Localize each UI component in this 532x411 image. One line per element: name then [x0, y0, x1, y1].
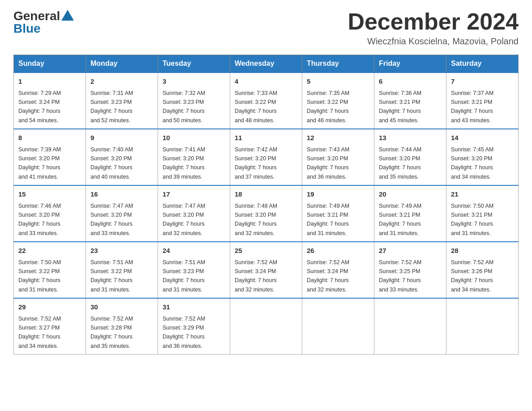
day-number: 5: [307, 77, 369, 87]
col-wednesday: Wednesday: [230, 55, 302, 73]
day-number: 24: [163, 246, 225, 256]
logo-blue-text: Blue: [13, 21, 41, 35]
day-number: 14: [451, 133, 514, 143]
table-row: 20 Sunrise: 7:49 AMSunset: 3:21 PMDaylig…: [374, 185, 446, 242]
day-info: Sunrise: 7:46 AMSunset: 3:20 PMDaylight:…: [18, 203, 61, 236]
day-number: 9: [90, 133, 153, 143]
day-info: Sunrise: 7:52 AMSunset: 3:24 PMDaylight:…: [235, 259, 277, 293]
day-info: Sunrise: 7:42 AMSunset: 3:20 PMDaylight:…: [235, 146, 277, 180]
day-number: 27: [379, 246, 442, 256]
day-number: 1: [18, 77, 81, 87]
day-info: Sunrise: 7:35 AMSunset: 3:22 PMDaylight:…: [307, 90, 349, 124]
day-info: Sunrise: 7:33 AMSunset: 3:22 PMDaylight:…: [235, 90, 277, 124]
day-number: 7: [451, 77, 514, 87]
day-number: 22: [18, 246, 81, 256]
day-number: 26: [307, 246, 369, 256]
day-number: 25: [235, 246, 297, 256]
table-row: 11 Sunrise: 7:42 AMSunset: 3:20 PMDaylig…: [230, 129, 302, 185]
table-row: 28 Sunrise: 7:52 AMSunset: 3:26 PMDaylig…: [446, 242, 519, 298]
table-row: 23 Sunrise: 7:51 AMSunset: 3:22 PMDaylig…: [86, 242, 158, 298]
table-row: 5 Sunrise: 7:35 AMSunset: 3:22 PMDayligh…: [302, 73, 374, 129]
table-row: 9 Sunrise: 7:40 AMSunset: 3:20 PMDayligh…: [86, 129, 158, 185]
table-row: 3 Sunrise: 7:32 AMSunset: 3:23 PMDayligh…: [158, 73, 230, 129]
table-row: 18 Sunrise: 7:48 AMSunset: 3:20 PMDaylig…: [230, 185, 302, 242]
month-title: December 2024: [348, 9, 519, 34]
day-number: 2: [90, 77, 153, 87]
table-row: 25 Sunrise: 7:52 AMSunset: 3:24 PMDaylig…: [230, 242, 302, 298]
day-number: 30: [90, 302, 153, 313]
day-info: Sunrise: 7:39 AMSunset: 3:20 PMDaylight:…: [18, 146, 61, 180]
col-friday: Friday: [374, 55, 446, 73]
day-number: 6: [379, 77, 442, 87]
day-number: 12: [307, 133, 369, 143]
day-info: Sunrise: 7:40 AMSunset: 3:20 PMDaylight:…: [90, 146, 133, 180]
table-row: 15 Sunrise: 7:46 AMSunset: 3:20 PMDaylig…: [14, 185, 86, 242]
table-row: 17 Sunrise: 7:47 AMSunset: 3:20 PMDaylig…: [158, 185, 230, 242]
day-number: 11: [235, 133, 297, 143]
day-number: 16: [90, 189, 153, 200]
table-row: 1 Sunrise: 7:29 AMSunset: 3:24 PMDayligh…: [14, 73, 86, 129]
day-info: Sunrise: 7:47 AMSunset: 3:20 PMDaylight:…: [163, 203, 205, 236]
day-number: 15: [18, 189, 81, 200]
day-info: Sunrise: 7:32 AMSunset: 3:23 PMDaylight:…: [163, 90, 205, 124]
day-info: Sunrise: 7:52 AMSunset: 3:28 PMDaylight:…: [90, 316, 133, 349]
day-info: Sunrise: 7:47 AMSunset: 3:20 PMDaylight:…: [90, 203, 133, 236]
table-row: 16 Sunrise: 7:47 AMSunset: 3:20 PMDaylig…: [86, 185, 158, 242]
col-tuesday: Tuesday: [158, 55, 230, 73]
col-saturday: Saturday: [446, 55, 519, 73]
col-monday: Monday: [86, 55, 158, 73]
logo: General Blue: [13, 9, 74, 36]
day-info: Sunrise: 7:49 AMSunset: 3:21 PMDaylight:…: [307, 203, 349, 236]
day-number: 21: [451, 189, 514, 200]
day-info: Sunrise: 7:31 AMSunset: 3:23 PMDaylight:…: [90, 90, 133, 124]
day-number: 10: [163, 133, 225, 143]
day-number: 23: [90, 246, 153, 256]
page-header: General Blue December 2024 Wieczfnia Kos…: [13, 9, 519, 47]
day-info: Sunrise: 7:49 AMSunset: 3:21 PMDaylight:…: [379, 203, 421, 236]
calendar-week-row: 29 Sunrise: 7:52 AMSunset: 3:27 PMDaylig…: [14, 298, 519, 355]
day-info: Sunrise: 7:45 AMSunset: 3:20 PMDaylight:…: [451, 146, 493, 180]
day-number: 28: [451, 246, 514, 256]
day-info: Sunrise: 7:43 AMSunset: 3:20 PMDaylight:…: [307, 146, 349, 180]
table-row: 30 Sunrise: 7:52 AMSunset: 3:28 PMDaylig…: [86, 298, 158, 355]
day-info: Sunrise: 7:44 AMSunset: 3:20 PMDaylight:…: [379, 146, 421, 180]
table-row: 10 Sunrise: 7:41 AMSunset: 3:20 PMDaylig…: [158, 129, 230, 185]
day-info: Sunrise: 7:52 AMSunset: 3:27 PMDaylight:…: [18, 316, 61, 349]
table-row: 21 Sunrise: 7:50 AMSunset: 3:21 PMDaylig…: [446, 185, 519, 242]
day-number: 13: [379, 133, 442, 143]
calendar-table: Sunday Monday Tuesday Wednesday Thursday…: [13, 55, 519, 355]
table-row: 29 Sunrise: 7:52 AMSunset: 3:27 PMDaylig…: [14, 298, 86, 355]
table-row: 12 Sunrise: 7:43 AMSunset: 3:20 PMDaylig…: [302, 129, 374, 185]
day-info: Sunrise: 7:36 AMSunset: 3:21 PMDaylight:…: [379, 90, 421, 124]
day-info: Sunrise: 7:52 AMSunset: 3:24 PMDaylight:…: [307, 259, 349, 293]
table-row: [302, 298, 374, 355]
calendar-week-row: 8 Sunrise: 7:39 AMSunset: 3:20 PMDayligh…: [14, 129, 519, 185]
table-row: 22 Sunrise: 7:50 AMSunset: 3:22 PMDaylig…: [14, 242, 86, 298]
calendar-header-row: Sunday Monday Tuesday Wednesday Thursday…: [14, 55, 519, 73]
table-row: 6 Sunrise: 7:36 AMSunset: 3:21 PMDayligh…: [374, 73, 446, 129]
day-info: Sunrise: 7:50 AMSunset: 3:21 PMDaylight:…: [451, 203, 493, 236]
day-info: Sunrise: 7:41 AMSunset: 3:20 PMDaylight:…: [163, 146, 205, 180]
day-info: Sunrise: 7:37 AMSunset: 3:21 PMDaylight:…: [451, 90, 493, 124]
day-number: 29: [18, 302, 81, 313]
table-row: 24 Sunrise: 7:51 AMSunset: 3:23 PMDaylig…: [158, 242, 230, 298]
day-info: Sunrise: 7:48 AMSunset: 3:20 PMDaylight:…: [235, 203, 277, 236]
table-row: 26 Sunrise: 7:52 AMSunset: 3:24 PMDaylig…: [302, 242, 374, 298]
calendar-week-row: 15 Sunrise: 7:46 AMSunset: 3:20 PMDaylig…: [14, 185, 519, 242]
day-info: Sunrise: 7:50 AMSunset: 3:22 PMDaylight:…: [18, 259, 61, 293]
table-row: [446, 298, 519, 355]
table-row: 8 Sunrise: 7:39 AMSunset: 3:20 PMDayligh…: [14, 129, 86, 185]
table-row: [374, 298, 446, 355]
day-number: 20: [379, 189, 442, 200]
logo-triangle-icon: [61, 10, 74, 21]
col-thursday: Thursday: [302, 55, 374, 73]
day-info: Sunrise: 7:29 AMSunset: 3:24 PMDaylight:…: [18, 90, 61, 124]
svg-marker-0: [61, 10, 74, 21]
table-row: [230, 298, 302, 355]
day-info: Sunrise: 7:52 AMSunset: 3:29 PMDaylight:…: [163, 316, 205, 349]
col-sunday: Sunday: [14, 55, 86, 73]
table-row: 31 Sunrise: 7:52 AMSunset: 3:29 PMDaylig…: [158, 298, 230, 355]
table-row: 4 Sunrise: 7:33 AMSunset: 3:22 PMDayligh…: [230, 73, 302, 129]
calendar-week-row: 22 Sunrise: 7:50 AMSunset: 3:22 PMDaylig…: [14, 242, 519, 298]
table-row: 27 Sunrise: 7:52 AMSunset: 3:25 PMDaylig…: [374, 242, 446, 298]
